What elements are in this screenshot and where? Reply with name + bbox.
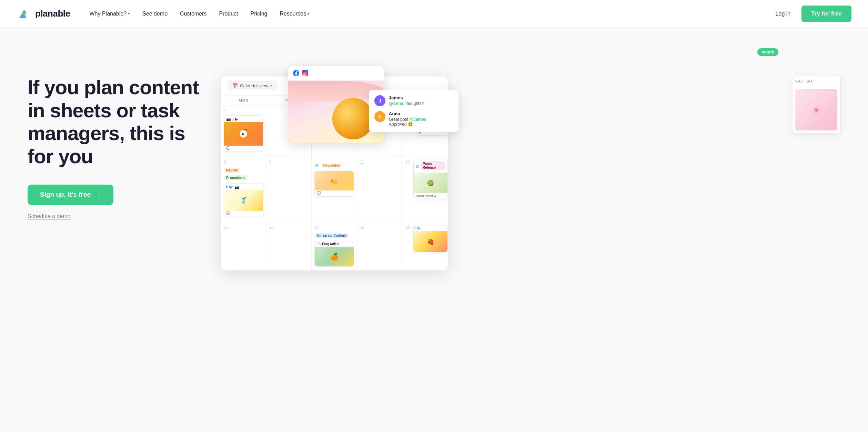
anna-comment-content: Anna Great post @JamesApproved 🤩 — [389, 111, 453, 127]
nav-why-planable[interactable]: Why Planable? ▾ — [84, 8, 135, 20]
comment-anna: A Anna Great post @JamesApproved 🤩 — [374, 111, 453, 127]
facebook-icon: f — [415, 226, 416, 230]
signup-label: Sign up, it's free — [40, 191, 91, 198]
press-image: 🥝 — [414, 173, 447, 193]
tag-press: Press Release — [420, 161, 446, 170]
post-image-juice: 🥤 — [224, 190, 263, 211]
instagram-icon: 📷 — [234, 185, 239, 189]
blog-image: 🍊 — [315, 247, 354, 266]
anna-text: Great post @JamesApproved 🤩 — [389, 117, 453, 127]
youtube-icon: ▶ — [235, 117, 238, 121]
facebook-icon: f — [226, 185, 228, 189]
post-card-tiktok[interactable]: 📷 ♪ ▶ 🍊 ▶ 💬 — [224, 115, 263, 152]
cal-cell-press: 13 📰 Press Release 🥝 Jusco Brand w... — [402, 157, 448, 222]
linkedin-icon: in — [417, 226, 420, 230]
month-badge: month — [757, 48, 778, 56]
instagram-icon: 📷 — [226, 117, 231, 121]
edge-calendar-header: SATSU — [793, 76, 840, 86]
hero-headline: If you plan content in sheets or task ma… — [28, 76, 207, 168]
tag-promo: Promotions — [224, 175, 248, 180]
anna-name: Anna — [389, 111, 453, 116]
edge-post-image: 🌸 — [795, 89, 837, 130]
press-icon: 📰 — [415, 165, 419, 168]
cal-cell-1: 1 📷 ♪ ▶ 🍊 ▶ 💬 — [221, 106, 266, 157]
post-image-fruit: 🍊 ▶ — [224, 122, 263, 146]
press-label: Jusco Brand w... — [414, 193, 447, 199]
cal-cell-19: 19 f in 🍓 — [402, 222, 448, 271]
try-for-free-button[interactable]: Try for free — [801, 6, 851, 22]
navigation: planable Why Planable? ▾ See demo Custom… — [0, 0, 868, 28]
tiktok-icon: ♪ — [232, 117, 234, 121]
logo-text: planable — [35, 8, 70, 19]
nav-customers[interactable]: Customers — [174, 8, 212, 20]
post-card-fb-tw[interactable]: f 🐦 📷 🥤 💬 — [224, 183, 263, 217]
play-icon: ▶ — [240, 130, 247, 138]
hero-right: month — [221, 55, 840, 235]
comment-count: 💬 — [317, 191, 321, 195]
nav-pricing[interactable]: Pricing — [245, 8, 273, 20]
calendar-view-button[interactable]: 📅 Calendar view ▾ — [228, 81, 276, 90]
comment-james: J James @Anna, thoughts? — [374, 95, 453, 106]
cal-cell-newsletter: 📧 Newsletter 🍋 💬 — [312, 157, 357, 222]
cal-cell-16: 16 — [266, 222, 312, 271]
login-button[interactable]: Log in — [770, 8, 796, 20]
edge-calendar: SATSU 🌸 — [792, 76, 840, 134]
calendar-icon: 📅 — [232, 83, 238, 88]
post-image-lemons: 🍋 — [315, 171, 354, 190]
comment-count: 💬 — [226, 212, 230, 215]
comment-panel: J James @Anna, thoughts? A Anna Great po… — [369, 90, 458, 132]
facebook-icon — [293, 70, 299, 76]
chevron-down-icon: ▾ — [307, 11, 310, 16]
nav-links: Why Planable? ▾ See demo Customers Produ… — [84, 8, 770, 20]
calendar-view-label: Calendar view — [240, 83, 268, 88]
james-name: James — [389, 95, 453, 100]
partial-press-card: 📰 Press Release 🥝 Jusco Brand w... — [413, 160, 448, 199]
partial-fruit-card: f in 🍓 — [413, 225, 448, 252]
nav-resources[interactable]: Resources ▾ — [274, 8, 315, 20]
schedule-demo-link[interactable]: Schedule a demo — [28, 213, 207, 219]
cal-cell-blog: 17 Universal Content 📄 Blog Article 🍊 — [312, 222, 357, 271]
james-comment-content: James @Anna, thoughts? — [389, 95, 453, 106]
svg-point-2 — [306, 71, 307, 72]
blog-icon: 📄 — [317, 242, 321, 246]
logo[interactable]: planable — [17, 6, 70, 21]
nav-see-demo[interactable]: See demo — [137, 8, 173, 20]
tag-review: Review — [224, 168, 240, 173]
big-post-social-header — [288, 66, 384, 81]
post-card-newsletter[interactable]: 🍋 💬 — [314, 171, 354, 197]
blog-label: Blog Article — [322, 242, 339, 246]
twitter-icon: 🐦 — [229, 185, 233, 189]
cal-cell-12: 12 — [357, 157, 403, 222]
chevron-down-icon: ▾ — [270, 84, 272, 88]
hero-section: If you plan content in sheets or task ma… — [0, 28, 868, 432]
cal-cell-8: 8 Review Promotions f 🐦 📷 🥤 — [221, 157, 266, 222]
signup-button[interactable]: Sign up, it's free → — [28, 185, 113, 205]
james-text: @Anna, thoughts? — [389, 101, 453, 106]
chevron-down-icon: ▾ — [128, 11, 130, 16]
instagram-icon — [302, 70, 308, 76]
svg-rect-0 — [302, 70, 308, 76]
cal-cell-15: 15 — [221, 222, 266, 271]
avatar-anna: A — [374, 111, 385, 122]
day-header-mon: MON — [221, 96, 266, 106]
nav-right: Log in Try for free — [770, 6, 851, 22]
comment-count: 💬 — [226, 146, 230, 150]
tag-universal: Universal Content — [314, 233, 349, 238]
hero-left: If you plan content in sheets or task ma… — [28, 55, 207, 219]
avatar-james: J — [374, 95, 385, 106]
cal-cell-9: 9 — [266, 157, 312, 222]
arrow-icon: → — [94, 191, 101, 199]
fruit-image: 🍓 — [414, 231, 447, 252]
tag-newsletter: Newsletter — [321, 163, 343, 168]
nav-product[interactable]: Product — [213, 8, 243, 20]
blog-article-card[interactable]: 📄 Blog Article 🍊 — [314, 241, 354, 267]
cal-cell-18: 18 — [357, 222, 403, 271]
